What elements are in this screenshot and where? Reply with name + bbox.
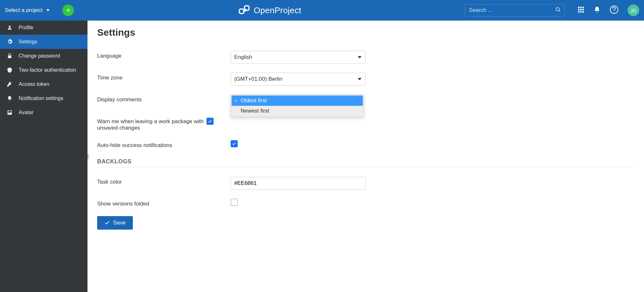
user-avatar[interactable]: JD — [628, 5, 639, 16]
field-warn-unsaved: Warn me when leaving a work package with… — [97, 116, 634, 131]
sidebar-label: Notification settings — [19, 96, 63, 101]
dropdown-option-oldest-first[interactable]: ✓ Oldest first — [232, 96, 363, 106]
caret-down-icon — [358, 78, 362, 80]
input-task-color[interactable] — [231, 177, 366, 190]
project-selector-label: Select a project — [5, 7, 42, 14]
page-title: Settings — [97, 27, 634, 38]
svg-rect-9 — [583, 9, 584, 11]
sidebar-label: Settings — [19, 39, 37, 45]
plus-icon — [65, 7, 71, 13]
shield-lock-icon — [6, 67, 13, 73]
field-task-color: Task color — [97, 177, 634, 190]
svg-line-3 — [559, 10, 560, 12]
checkbox-warn-unsaved[interactable] — [207, 118, 214, 125]
section-divider — [97, 167, 634, 167]
search-input[interactable] — [469, 7, 552, 14]
field-language: Language English — [97, 51, 634, 64]
svg-rect-11 — [580, 11, 582, 13]
main-content: Settings Language English Time zone (GMT… — [87, 21, 644, 292]
field-timezone: Time zone (GMT+01:00) Berlin — [97, 73, 634, 86]
sidebar-item-two-factor[interactable]: Two-factor authentication — [0, 63, 87, 77]
save-button-label: Save — [113, 220, 126, 226]
sidebar-label: Change password — [19, 53, 60, 59]
label-warn-unsaved: Warn me when leaving a work package with… — [97, 116, 207, 131]
save-button[interactable]: Save — [97, 216, 133, 230]
sidebar-item-settings[interactable]: Settings — [0, 35, 87, 49]
create-button[interactable] — [62, 5, 74, 16]
svg-rect-12 — [583, 11, 584, 13]
sidebar-item-change-password[interactable]: Change password — [0, 49, 87, 63]
section-heading-backlogs: BACKLOGS — [97, 158, 634, 165]
sidebar: Profile Settings Change password Two-fac… — [0, 21, 87, 292]
search-box[interactable] — [465, 4, 565, 16]
sidebar-item-avatar[interactable]: Avatar — [0, 105, 87, 120]
svg-rect-1 — [244, 6, 249, 10]
header-right: JD — [577, 5, 639, 16]
brand-logo: OpenProject — [74, 3, 465, 17]
svg-rect-5 — [580, 7, 582, 8]
dropdown-display-comments[interactable]: ✓ Oldest first Newest first — [231, 95, 364, 117]
sidebar-item-notification-settings[interactable]: Notification settings — [0, 91, 87, 105]
label-language: Language — [97, 51, 231, 59]
label-show-versions-folded: Show versions folded — [97, 199, 231, 207]
gears-icon — [6, 39, 13, 45]
lock-icon — [6, 53, 13, 59]
caret-down-icon — [46, 9, 50, 11]
key-icon — [6, 81, 13, 87]
checkbox-show-versions-folded[interactable] — [231, 199, 238, 206]
caret-down-icon — [358, 56, 362, 59]
field-display-comments: Display comments ✓ Oldest first Newest f… — [97, 95, 634, 107]
check-icon — [232, 141, 236, 146]
check-icon — [208, 119, 212, 123]
sidebar-label: Profile — [19, 25, 33, 31]
svg-point-14 — [614, 12, 614, 12]
label-auto-hide: Auto-hide success notifications — [97, 140, 231, 149]
help-icon[interactable] — [610, 5, 619, 15]
bell-icon — [6, 96, 13, 101]
option-label: Oldest first — [241, 97, 267, 104]
select-timezone[interactable]: (GMT+01:00) Berlin — [231, 73, 366, 86]
sidebar-item-access-token[interactable]: Access token — [0, 77, 87, 91]
select-language[interactable]: English — [231, 51, 366, 64]
notifications-icon[interactable] — [593, 6, 601, 14]
svg-rect-8 — [580, 9, 582, 11]
svg-rect-6 — [583, 7, 584, 8]
label-display-comments: Display comments — [97, 95, 231, 103]
dropdown-option-newest-first[interactable]: Newest first — [232, 106, 363, 116]
svg-point-2 — [556, 7, 559, 11]
check-icon: ✓ — [234, 98, 238, 103]
field-show-versions-folded: Show versions folded — [97, 199, 634, 207]
option-label: Newest first — [241, 108, 269, 114]
search-icon[interactable] — [555, 7, 561, 14]
label-task-color: Task color — [97, 177, 231, 185]
svg-rect-7 — [578, 9, 580, 11]
check-icon — [104, 220, 110, 226]
sidebar-label: Two-factor authentication — [19, 67, 76, 73]
select-value: (GMT+01:00) Berlin — [234, 76, 282, 82]
select-value: English — [234, 54, 252, 60]
svg-rect-10 — [578, 11, 580, 13]
sidebar-label: Avatar — [19, 110, 33, 115]
sidebar-item-profile[interactable]: Profile — [0, 21, 87, 35]
modules-icon[interactable] — [577, 6, 584, 14]
sidebar-label: Access token — [19, 81, 49, 87]
svg-rect-4 — [578, 7, 580, 8]
label-timezone: Time zone — [97, 73, 231, 81]
project-selector[interactable]: Select a project — [5, 7, 50, 14]
field-auto-hide: Auto-hide success notifications — [97, 140, 634, 149]
user-icon — [6, 25, 13, 31]
top-header: Select a project OpenProject JD — [0, 0, 644, 21]
svg-rect-0 — [239, 9, 244, 14]
image-icon — [6, 110, 13, 115]
avatar-initials: JD — [630, 8, 636, 13]
brand-text: OpenProject — [254, 5, 301, 15]
openproject-logo-icon — [238, 3, 251, 17]
checkbox-auto-hide[interactable] — [231, 140, 238, 147]
